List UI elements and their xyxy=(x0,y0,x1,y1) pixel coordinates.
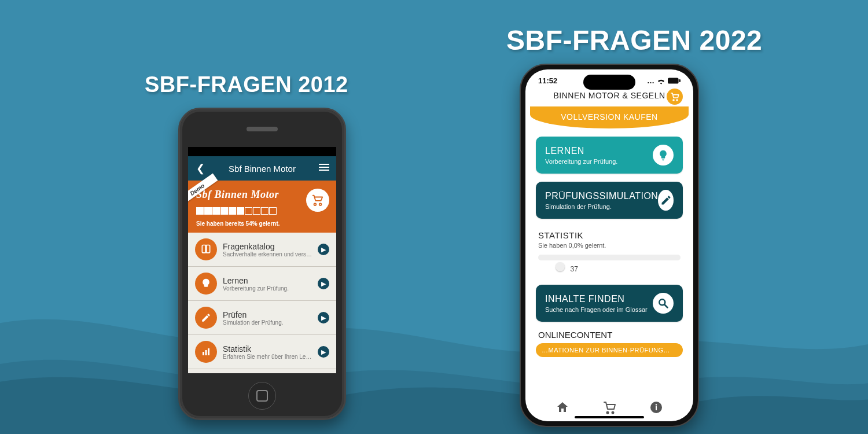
screen-2022: 11:52 … BINNEN MOTOR & SEGELN VOLLVERSIO… xyxy=(525,69,693,421)
list-item[interactable]: FragenkatalogSachverhalte erkennen und v… xyxy=(188,233,336,267)
svg-rect-2 xyxy=(208,348,209,355)
home-indicator[interactable] xyxy=(575,416,644,418)
item-title: Fragenkatalog xyxy=(223,242,312,251)
book-icon xyxy=(195,238,217,260)
stat-title: STATISTIK xyxy=(538,230,681,240)
back-icon[interactable]: ❮ xyxy=(194,162,207,175)
pencil-icon xyxy=(195,307,217,329)
phone-2012-frame: ❮ Sbf Binnen Motor Demo Sbf Binnen Motor… xyxy=(178,108,346,420)
wave-bg-3 xyxy=(0,318,868,434)
home-icon xyxy=(556,400,569,414)
svg-point-9 xyxy=(606,412,608,414)
card-subtitle: Simulation der Prüfung. xyxy=(545,203,658,210)
progress-header: Demo Sbf Binnen Motor Sie haben bereits … xyxy=(188,181,336,233)
chevron-right-icon: ▶ xyxy=(318,244,329,255)
stat-subtitle: Sie haben 0,0% gelernt. xyxy=(538,242,681,249)
cart-icon xyxy=(311,194,324,207)
tab-bar xyxy=(525,393,693,418)
screen-2012: ❮ Sbf Binnen Motor Demo Sbf Binnen Motor… xyxy=(188,147,336,373)
content-scroll[interactable]: VOLLVERSION KAUFEN LERNEN Vorbereitung z… xyxy=(525,106,693,391)
card-lernen[interactable]: LERNEN Vorbereitung zur Prüfung. xyxy=(536,137,683,174)
menu-icon[interactable] xyxy=(318,162,330,175)
item-subtitle: Sachverhalte erkennen und verste… xyxy=(223,251,312,258)
search-icon xyxy=(653,293,674,314)
list-item[interactable]: StatistikErfahren Sie mehr über Ihren Le… xyxy=(188,335,336,369)
card-title: LERNEN xyxy=(545,146,653,156)
cart-icon xyxy=(602,400,616,414)
list-item[interactable]: PrüfenSimulation der Prüfung.▶ xyxy=(188,301,336,335)
chevron-right-icon: ▶ xyxy=(318,312,329,323)
svg-point-13 xyxy=(655,404,657,406)
svg-point-5 xyxy=(673,100,674,101)
buy-full-version-banner[interactable]: VOLLVERSION KAUFEN xyxy=(530,106,689,128)
cellular-icon: … xyxy=(647,76,654,85)
svg-rect-12 xyxy=(656,406,657,410)
card-inhalte-finden[interactable]: INHALTE FINDEN Suche nach Fragen oder im… xyxy=(536,285,683,322)
heading-2022: SBF-Fragen 2022 xyxy=(506,24,762,56)
item-subtitle: Simulation der Prüfung. xyxy=(223,319,312,326)
battery-icon xyxy=(668,78,681,84)
info-icon xyxy=(649,400,663,414)
list-item[interactable]: LernenVorbereitung zur Prüfung.▶ xyxy=(188,267,336,301)
home-button-old[interactable] xyxy=(248,382,276,410)
pencil-icon xyxy=(658,190,674,211)
info-chip[interactable]: …MATIONEN ZUR BINNEN-PRÜFUNG… xyxy=(536,343,683,357)
statistik-block: STATISTIK Sie haben 0,0% gelernt. 37 xyxy=(536,227,683,285)
card-pruefungssimulation[interactable]: PRÜFUNGSSIMULATION Simulation der Prüfun… xyxy=(536,182,683,219)
nav-title: Sbf Binnen Motor xyxy=(229,164,296,174)
item-title: Prüfen xyxy=(223,310,312,319)
svg-rect-3 xyxy=(668,78,679,83)
stats-icon xyxy=(195,341,217,363)
tab-home[interactable] xyxy=(552,397,573,418)
app-title: BINNEN MOTOR & SEGELN xyxy=(553,91,665,100)
bulb-icon xyxy=(653,145,674,165)
menu-list-old: FragenkatalogSachverhalte erkennen und v… xyxy=(188,233,336,369)
svg-line-8 xyxy=(665,305,668,308)
svg-point-6 xyxy=(676,100,678,101)
cart-button-old[interactable] xyxy=(306,189,329,212)
svg-rect-0 xyxy=(203,352,204,355)
cart-button-new[interactable] xyxy=(667,89,683,105)
stat-progress-bar xyxy=(538,255,681,260)
card-title: PRÜFUNGSSIMULATION xyxy=(545,191,658,201)
item-title: Lernen xyxy=(223,276,312,285)
status-bar-old xyxy=(188,147,336,156)
svg-rect-4 xyxy=(679,79,681,82)
heading-2012: SBF-Fragen 2012 xyxy=(145,72,348,97)
speaker xyxy=(247,127,278,131)
chevron-right-icon: ▶ xyxy=(318,278,329,289)
tab-info[interactable] xyxy=(646,397,667,418)
wifi-icon xyxy=(657,78,665,84)
svg-rect-1 xyxy=(205,350,207,355)
card-title: INHALTE FINDEN xyxy=(545,294,653,304)
status-time: 11:52 xyxy=(538,76,557,85)
chevron-right-icon: ▶ xyxy=(318,346,329,358)
phone-2022-frame: 11:52 … BINNEN MOTOR & SEGELN VOLLVERSIO… xyxy=(520,64,699,427)
onlinecontent-title: ONLINECONTENT xyxy=(538,330,681,340)
stat-value: 37 xyxy=(571,265,578,273)
tab-cart[interactable] xyxy=(599,397,620,418)
progress-text: Sie haben bereits 54% gelernt. xyxy=(196,220,328,227)
stat-knob[interactable] xyxy=(556,262,565,271)
cart-icon xyxy=(670,92,679,101)
progress-boxes xyxy=(196,207,328,217)
card-subtitle: Suche nach Fragen oder im Glossar xyxy=(545,306,653,313)
card-subtitle: Vorbereitung zur Prüfung. xyxy=(545,158,653,165)
bulb-icon xyxy=(195,273,217,295)
item-subtitle: Vorbereitung zur Prüfung. xyxy=(223,285,312,292)
item-title: Statistik xyxy=(223,344,312,354)
item-subtitle: Erfahren Sie mehr über Ihren Lerns… xyxy=(223,354,312,360)
dynamic-island xyxy=(583,75,635,90)
svg-point-10 xyxy=(612,412,613,414)
